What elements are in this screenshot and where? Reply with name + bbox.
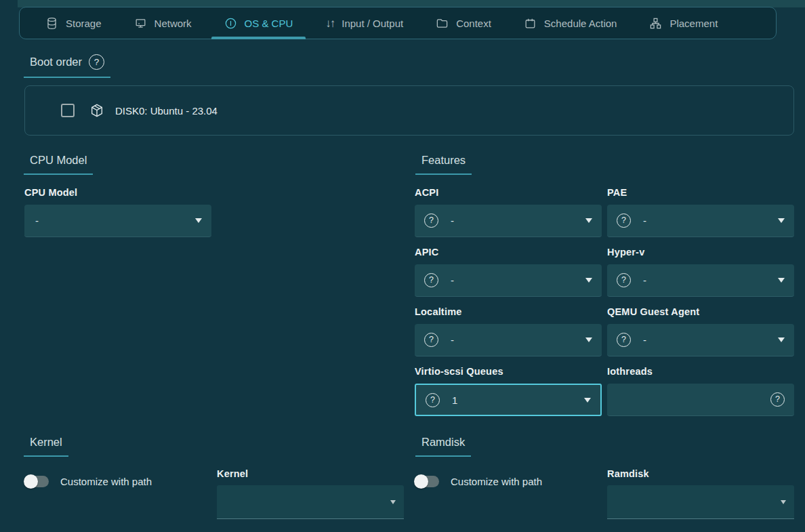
section-heading-kernel: Kernel xyxy=(24,436,68,457)
tab-os-cpu[interactable]: OS & CPU xyxy=(208,7,310,39)
chevron-down-icon xyxy=(584,398,591,403)
boot-order-panel: DISK0: Ubuntu - 23.04 xyxy=(24,85,794,136)
apic-dropdown[interactable]: ? - xyxy=(415,264,602,297)
acpi-value: - xyxy=(451,215,454,226)
hyperv-help-icon[interactable]: ? xyxy=(617,273,631,287)
database-icon xyxy=(45,17,58,30)
pae-value: - xyxy=(643,215,646,226)
workstation-icon xyxy=(134,17,147,30)
tab-label: Network xyxy=(154,18,192,29)
boot-order-heading: Boot order xyxy=(30,56,82,68)
apic-value: - xyxy=(451,274,454,286)
localtime-dropdown[interactable]: ? - xyxy=(415,324,602,356)
tab-label: OS & CPU xyxy=(245,18,293,29)
chevron-down-icon xyxy=(195,218,202,223)
hyperv-value: - xyxy=(643,274,646,286)
virtio-scsi-queues-help-icon[interactable]: ? xyxy=(426,393,440,407)
pae-help-icon[interactable]: ? xyxy=(617,213,631,228)
localtime-help-icon[interactable]: ? xyxy=(424,333,438,347)
sitemap-icon xyxy=(649,17,662,30)
tab-context[interactable]: Context xyxy=(419,7,508,39)
virtio-scsi-queues-label: Virtio-scsi Queues xyxy=(415,366,503,377)
acpi-dropdown[interactable]: ? - xyxy=(415,205,602,237)
localtime-label: Localtime xyxy=(415,306,462,317)
active-tab-indicator xyxy=(211,37,306,39)
tab-label: Context xyxy=(456,18,491,29)
virtio-scsi-queues-value: 1 xyxy=(452,394,457,406)
localtime-value: - xyxy=(451,334,454,346)
section-heading-features: Features xyxy=(415,154,472,175)
cpu-model-value: - xyxy=(35,215,39,226)
tab-schedule-action[interactable]: Schedule Action xyxy=(508,7,634,39)
folder-icon xyxy=(436,17,449,30)
section-heading-ramdisk: Ramdisk xyxy=(415,436,471,457)
kernel-field-label: Kernel xyxy=(217,468,248,479)
chevron-down-icon xyxy=(778,218,785,223)
features-heading: Features xyxy=(421,154,466,167)
acpi-label: ACPI xyxy=(415,187,438,198)
pae-label: PAE xyxy=(607,187,627,198)
ramdisk-field-label: Ramdisk xyxy=(607,468,649,479)
chevron-down-icon xyxy=(585,218,592,223)
section-heading-cpu-model: CPU Model xyxy=(24,154,93,175)
tab-storage[interactable]: Storage xyxy=(29,7,118,39)
tab-placement[interactable]: Placement xyxy=(633,7,734,39)
qemu-guest-agent-value: - xyxy=(643,334,646,346)
kernel-customize-label: Customize with path xyxy=(60,476,152,487)
ramdisk-customize-label: Customize with path xyxy=(451,476,542,487)
ramdisk-heading: Ramdisk xyxy=(421,436,465,449)
ramdisk-select[interactable] xyxy=(607,485,794,519)
tab-label: Input / Output xyxy=(342,18,403,29)
tab-input-output[interactable]: ↓↑ Input / Output xyxy=(309,7,419,39)
boot-order-help-icon[interactable]: ? xyxy=(89,54,104,70)
apic-label: APIC xyxy=(415,247,438,258)
chevron-down-icon xyxy=(390,500,396,504)
info-circle-icon xyxy=(224,17,237,30)
chevron-down-icon xyxy=(781,500,786,504)
kernel-select[interactable] xyxy=(217,485,404,519)
kernel-heading: Kernel xyxy=(30,436,62,449)
hyperv-label: Hyper-v xyxy=(607,247,644,258)
disk-package-icon xyxy=(89,103,104,118)
kernel-customize-toggle-row[interactable]: Customize with path xyxy=(24,476,152,487)
calendar-icon xyxy=(524,17,537,30)
toggle-knob xyxy=(414,474,428,489)
ramdisk-customize-toggle[interactable] xyxy=(415,476,439,487)
chevron-down-icon xyxy=(778,278,785,283)
io-arrows-icon: ↓↑ xyxy=(325,18,334,29)
iothreads-help-icon[interactable]: ? xyxy=(770,392,785,407)
virtio-scsi-queues-dropdown[interactable]: ? 1 xyxy=(415,384,602,416)
tab-label: Placement xyxy=(669,18,718,29)
tab-label: Schedule Action xyxy=(544,18,617,29)
config-tabbar: Storage Network OS & CPU ↓↑ Input / Outp… xyxy=(19,7,777,39)
chevron-down-icon xyxy=(585,278,592,283)
toggle-knob xyxy=(24,474,38,489)
hyperv-dropdown[interactable]: ? - xyxy=(607,264,794,297)
kernel-customize-toggle[interactable] xyxy=(24,476,49,487)
ramdisk-customize-toggle-row[interactable]: Customize with path xyxy=(415,476,542,487)
chevron-down-icon xyxy=(778,337,785,342)
cpu-model-heading: CPU Model xyxy=(30,154,87,167)
iothreads-input[interactable]: ? xyxy=(607,384,794,416)
apic-help-icon[interactable]: ? xyxy=(424,273,438,287)
qemu-guest-agent-label: QEMU Guest Agent xyxy=(607,306,699,317)
qemu-guest-agent-help-icon[interactable]: ? xyxy=(617,333,631,347)
boot-item-label: DISK0: Ubuntu - 23.04 xyxy=(115,105,218,117)
iothreads-label: Iothreads xyxy=(607,366,653,377)
cpu-model-dropdown[interactable]: - xyxy=(24,205,211,237)
qemu-guest-agent-dropdown[interactable]: ? - xyxy=(607,324,794,356)
boot-item-checkbox[interactable] xyxy=(61,104,75,117)
cpu-model-label: CPU Model xyxy=(24,187,77,198)
chevron-down-icon xyxy=(585,337,592,342)
tab-label: Storage xyxy=(66,18,102,29)
tab-network[interactable]: Network xyxy=(118,7,208,39)
section-heading-boot-order: Boot order ? xyxy=(24,54,110,78)
acpi-help-icon[interactable]: ? xyxy=(424,213,438,228)
pae-dropdown[interactable]: ? - xyxy=(607,205,794,237)
